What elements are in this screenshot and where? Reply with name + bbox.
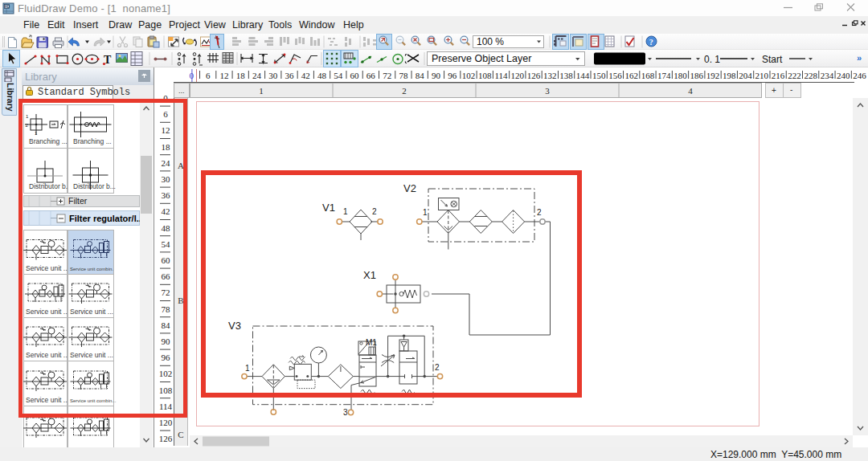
- svg-text:3: 3: [545, 86, 550, 96]
- svg-text:120: 120: [511, 71, 525, 80]
- svg-text:100 %: 100 %: [477, 36, 504, 47]
- svg-text:2: 2: [402, 86, 407, 96]
- svg-text:?: ?: [649, 38, 653, 47]
- svg-text:198: 198: [723, 71, 736, 80]
- svg-text:48: 48: [317, 71, 327, 80]
- svg-text:0. 1: 0. 1: [704, 54, 720, 65]
- svg-text:42: 42: [301, 71, 310, 80]
- svg-text:36: 36: [285, 71, 295, 80]
- svg-text:120: 120: [159, 418, 173, 427]
- svg-text:30: 30: [268, 71, 278, 80]
- svg-text:108: 108: [478, 71, 492, 80]
- svg-text:60: 60: [350, 71, 360, 80]
- svg-text:-: -: [790, 85, 792, 94]
- svg-text:C: C: [178, 430, 183, 439]
- svg-text:114: 114: [494, 71, 508, 80]
- svg-text:150: 150: [592, 71, 606, 80]
- svg-text:204: 204: [739, 71, 752, 80]
- svg-text:72: 72: [383, 71, 391, 80]
- svg-text:210: 210: [755, 71, 769, 80]
- svg-text:132: 132: [543, 71, 557, 80]
- svg-text:222: 222: [788, 71, 801, 80]
- svg-text:»: »: [857, 53, 862, 63]
- svg-text:180: 180: [674, 71, 687, 80]
- svg-text:Start: Start: [762, 54, 783, 65]
- svg-text:78: 78: [399, 71, 408, 80]
- svg-text:138: 138: [559, 71, 573, 80]
- svg-text:240: 240: [837, 71, 850, 80]
- svg-text:66: 66: [366, 71, 376, 80]
- svg-text:FD: FD: [5, 5, 10, 9]
- svg-text:234: 234: [821, 71, 834, 80]
- svg-text:54: 54: [334, 71, 343, 80]
- svg-text:126: 126: [527, 71, 541, 80]
- svg-text:18: 18: [236, 71, 246, 80]
- svg-text:174: 174: [657, 71, 671, 80]
- svg-text:84: 84: [416, 71, 425, 80]
- svg-text:168: 168: [641, 71, 655, 80]
- svg-text:186: 186: [690, 71, 704, 80]
- svg-text:12: 12: [219, 71, 228, 80]
- svg-text:144: 144: [576, 71, 590, 80]
- svg-text:1: 1: [259, 86, 264, 96]
- svg-text:6: 6: [206, 71, 211, 80]
- svg-text:96: 96: [448, 71, 457, 80]
- svg-text:216: 216: [772, 71, 785, 80]
- svg-text:24: 24: [252, 71, 262, 80]
- svg-text:3: 3: [343, 408, 348, 417]
- svg-text:90: 90: [432, 71, 441, 80]
- svg-text:192: 192: [706, 71, 720, 80]
- svg-text:162: 162: [624, 71, 638, 80]
- svg-text:4: 4: [688, 86, 693, 96]
- svg-text:126: 126: [159, 434, 173, 443]
- svg-text:228: 228: [804, 71, 817, 80]
- svg-text:246: 246: [853, 71, 866, 80]
- svg-text:+: +: [772, 86, 776, 95]
- svg-text:156: 156: [608, 71, 622, 80]
- svg-text:102: 102: [462, 71, 476, 80]
- svg-text:Preserve Object Layer: Preserve Object Layer: [432, 53, 531, 64]
